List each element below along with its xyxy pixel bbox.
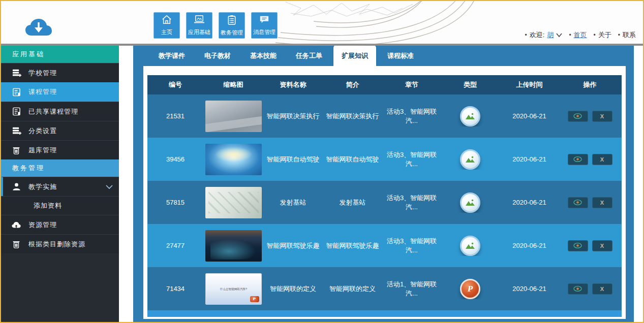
column-header: 简介 [323, 80, 382, 89]
chevron-down-icon[interactable] [556, 31, 562, 39]
sidebar-item-shared-course-management[interactable]: 已共享课程管理 [1, 102, 119, 121]
row-id: 71434 [147, 285, 203, 293]
home-icon [161, 15, 172, 27]
tab-bar: 教学课件 电子教材 基本技能 任务工单 扩展知识 课程标准 [133, 46, 634, 66]
eye-icon [573, 286, 582, 292]
sidebar-item-delete-by-category[interactable]: 根据类目删除资源 [1, 234, 119, 253]
sidebar-item-school-management[interactable]: 学校管理 [1, 63, 119, 82]
bullet: • [525, 31, 527, 39]
tab-task-orders[interactable]: 任务工单 [288, 46, 330, 66]
bullet: • [618, 31, 620, 39]
resource-name: 智能网联的定义 [263, 284, 323, 294]
nav-label: 教务管理 [221, 29, 243, 37]
sidebar-item-teaching-implementation[interactable]: 教学实施 [1, 177, 119, 196]
sidebar-item-course-management[interactable]: 课程管理 [1, 82, 119, 102]
thumbnail [205, 230, 262, 262]
sidebar-subitem-add-material[interactable]: 添加资料 [1, 196, 119, 215]
resource-table: 编号 缩略图 资料名称 简介 章节 类型 上传时间 操作 21531 智能网联决… [147, 75, 622, 317]
tab-basic-skills[interactable]: 基本技能 [242, 46, 285, 66]
sidebar: 应用基础 学校管理 课程管理 [1, 46, 119, 322]
contact-link[interactable]: 联系 [623, 30, 636, 40]
user-link[interactable]: 胡 [547, 30, 554, 40]
partial-next-row [147, 310, 622, 317]
nav-academic-button[interactable]: 教务管理 [219, 12, 245, 39]
image-type-icon [460, 106, 480, 126]
image-type-icon [460, 192, 480, 213]
about-link[interactable]: 关于 [598, 30, 611, 40]
upload-date: 2020-06-21 [499, 155, 560, 163]
nav-app-foundation-button[interactable]: 应用基础 [186, 12, 212, 39]
nav-home-button[interactable]: 主页 [154, 12, 180, 39]
sidebar-filler [1, 253, 119, 322]
welcome-label: 欢迎: [530, 30, 545, 40]
delete-button[interactable]: X [592, 283, 612, 295]
row-id: 57815 [147, 199, 203, 206]
eye-icon [573, 200, 582, 205]
slide-caption: 什么是智能网联汽车? [216, 287, 251, 291]
nav-label: 消息管理 [253, 28, 275, 36]
view-button[interactable] [568, 283, 588, 295]
tab-course-standards[interactable]: 课程标准 [379, 46, 422, 66]
nav-label: 主页 [161, 28, 172, 36]
database-add-icon [11, 126, 21, 136]
resource-intro: 智能网联决策执行 [323, 112, 382, 121]
sidebar-item-label: 学校管理 [28, 69, 57, 78]
app-window: 主页 应用基础 [0, 0, 644, 323]
resource-chapter: 活动3、智能网联汽... [382, 107, 441, 125]
table-row: 27477 智能网联驾驶乐趣 智能网联驾驶乐趣 活动3、智能网联汽... 202… [147, 224, 622, 267]
resource-intro: 智能网联的定义 [323, 284, 382, 294]
sidebar-item-label: 已共享课程管理 [28, 107, 78, 116]
laptop-photo-icon [193, 15, 205, 27]
table-row: 39456 智能网联自动驾驶 智能网联自动驾驶 活动3、智能网联汽... 202… [147, 138, 622, 181]
column-header: 上传时间 [499, 80, 560, 89]
thumbnail: 什么是智能网联汽车? P [205, 273, 262, 305]
delete-button[interactable]: X [592, 111, 612, 122]
bullet: • [569, 31, 571, 39]
eye-icon [573, 156, 582, 162]
eye-icon [573, 113, 582, 119]
view-button[interactable] [568, 111, 588, 122]
nav-messages-button[interactable]: 消息管理 [251, 12, 278, 39]
trash-icon [11, 145, 21, 155]
resource-chapter: 活动3、智能网联汽... [382, 237, 441, 255]
tab-extended-knowledge[interactable]: 扩展知识 [333, 45, 376, 66]
resource-name: 智能网联驾驶乐趣 [263, 241, 323, 250]
resource-chapter: 活动1、智能网联汽... [382, 280, 441, 298]
layout-gap [119, 46, 133, 322]
sidebar-item-question-bank[interactable]: 题库管理 [1, 140, 119, 159]
image-type-icon [460, 236, 480, 256]
chat-bubble-icon [259, 15, 270, 27]
tab-teaching-courseware[interactable]: 教学课件 [150, 46, 193, 66]
sidebar-item-category-settings[interactable]: 分类设置 [1, 121, 119, 140]
delete-button[interactable]: X [592, 197, 612, 208]
column-header: 编号 [147, 80, 203, 89]
row-id: 27477 [147, 242, 203, 249]
delete-button[interactable]: X [592, 240, 612, 251]
upload-date: 2020-06-21 [499, 242, 560, 249]
thumbnail [205, 101, 262, 132]
image-type-icon [460, 149, 480, 170]
view-button[interactable] [568, 197, 588, 208]
delete-button[interactable]: X [592, 154, 612, 165]
view-button[interactable] [568, 154, 588, 165]
ppt-mini-icon: P [250, 296, 259, 302]
upload-date: 2020-06-21 [499, 199, 560, 206]
sidebar-item-label: 根据类目删除资源 [28, 240, 85, 249]
table-header-row: 编号 缩略图 资料名称 简介 章节 类型 上传时间 操作 [147, 75, 622, 94]
trash-icon [11, 239, 21, 249]
view-button[interactable] [568, 240, 588, 251]
upload-date: 2020-06-21 [499, 112, 560, 120]
sidebar-item-resource-management[interactable]: 资源管理 [1, 215, 119, 234]
column-header: 类型 [441, 80, 499, 89]
upload-date: 2020-06-21 [499, 285, 560, 293]
tab-content-panel: 编号 缩略图 资料名称 简介 章节 类型 上传时间 操作 21531 智能网联决… [143, 66, 626, 319]
resource-name: 发射基站 [263, 198, 323, 207]
sidebar-item-label: 资源管理 [28, 220, 57, 230]
resource-chapter: 活动3、智能网联汽... [382, 150, 441, 169]
row-id: 21531 [147, 112, 203, 120]
resource-chapter: 活动3、智能网联汽... [382, 193, 441, 212]
tab-etextbook[interactable]: 电子教材 [196, 46, 239, 66]
home-link[interactable]: 首页 [574, 30, 587, 40]
resource-intro: 智能网联驾驶乐趣 [323, 241, 382, 250]
clipboard-icon [227, 15, 237, 27]
